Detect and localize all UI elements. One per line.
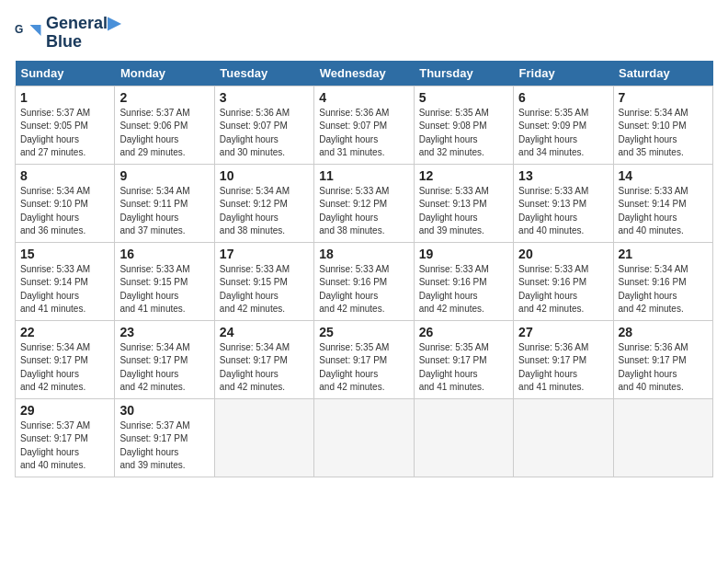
- day-number: 3: [220, 90, 309, 105]
- day-number: 22: [20, 325, 109, 339]
- calendar-body: 1 Sunrise: 5:37 AM Sunset: 9:05 PM Dayli…: [16, 86, 713, 477]
- day-number: 18: [319, 247, 408, 261]
- day-number: 14: [619, 168, 708, 183]
- day-info: Sunrise: 5:36 AM Sunset: 9:07 PM Dayligh…: [220, 107, 309, 160]
- day-number: 11: [319, 168, 408, 183]
- day-info: Sunrise: 5:34 AM Sunset: 9:17 PM Dayligh…: [119, 341, 209, 395]
- day-info: Sunrise: 5:33 AM Sunset: 9:16 PM Dayligh…: [419, 263, 508, 316]
- day-number: 30: [119, 403, 209, 418]
- calendar-cell: 27 Sunrise: 5:36 AM Sunset: 9:17 PM Dayl…: [514, 320, 613, 398]
- day-info: Sunrise: 5:34 AM Sunset: 9:10 PM Dayligh…: [20, 185, 109, 238]
- day-number: 21: [619, 247, 708, 261]
- day-header-sunday: Sunday: [16, 61, 115, 86]
- day-info: Sunrise: 5:34 AM Sunset: 9:12 PM Dayligh…: [220, 185, 309, 238]
- calendar-cell: 2 Sunrise: 5:37 AM Sunset: 9:06 PM Dayli…: [115, 86, 214, 164]
- day-number: 19: [419, 247, 508, 261]
- day-info: Sunrise: 5:34 AM Sunset: 9:10 PM Dayligh…: [619, 107, 708, 160]
- calendar-cell: 11 Sunrise: 5:33 AM Sunset: 9:12 PM Dayl…: [314, 164, 414, 242]
- day-info: Sunrise: 5:34 AM Sunset: 9:11 PM Dayligh…: [119, 185, 209, 238]
- calendar-cell: 29 Sunrise: 5:37 AM Sunset: 9:17 PM Dayl…: [16, 398, 115, 477]
- day-info: Sunrise: 5:37 AM Sunset: 9:05 PM Dayligh…: [20, 107, 109, 160]
- day-info: Sunrise: 5:33 AM Sunset: 9:15 PM Dayligh…: [119, 263, 209, 316]
- calendar-cell: [314, 398, 414, 477]
- day-info: Sunrise: 5:33 AM Sunset: 9:14 PM Dayligh…: [619, 185, 708, 238]
- svg-text:G: G: [15, 23, 23, 36]
- calendar-cell: 13 Sunrise: 5:33 AM Sunset: 9:13 PM Dayl…: [514, 164, 613, 242]
- calendar-cell: 16 Sunrise: 5:33 AM Sunset: 9:15 PM Dayl…: [115, 242, 214, 320]
- day-number: 13: [518, 168, 608, 183]
- day-header-thursday: Thursday: [414, 61, 513, 86]
- day-number: 10: [220, 168, 309, 183]
- calendar-cell: [613, 398, 712, 477]
- calendar-cell: 1 Sunrise: 5:37 AM Sunset: 9:05 PM Dayli…: [16, 86, 115, 164]
- day-info: Sunrise: 5:33 AM Sunset: 9:13 PM Dayligh…: [518, 185, 608, 238]
- day-info: Sunrise: 5:33 AM Sunset: 9:16 PM Dayligh…: [518, 263, 608, 316]
- day-info: Sunrise: 5:36 AM Sunset: 9:07 PM Dayligh…: [319, 107, 408, 160]
- calendar-cell: [514, 398, 613, 477]
- logo-text: General▶ Blue: [46, 15, 120, 52]
- day-number: 23: [119, 325, 209, 339]
- logo: G General▶ Blue: [15, 15, 120, 52]
- calendar-cell: 20 Sunrise: 5:33 AM Sunset: 9:16 PM Dayl…: [514, 242, 613, 320]
- day-info: Sunrise: 5:34 AM Sunset: 9:16 PM Dayligh…: [619, 263, 708, 316]
- day-info: Sunrise: 5:37 AM Sunset: 9:17 PM Dayligh…: [119, 419, 209, 473]
- calendar-table: SundayMondayTuesdayWednesdayThursdayFrid…: [15, 61, 713, 477]
- day-number: 29: [20, 403, 109, 418]
- day-info: Sunrise: 5:36 AM Sunset: 9:17 PM Dayligh…: [619, 341, 708, 395]
- day-number: 28: [619, 325, 708, 339]
- calendar-week-row: 8 Sunrise: 5:34 AM Sunset: 9:10 PM Dayli…: [16, 164, 713, 242]
- day-number: 25: [319, 325, 408, 339]
- calendar-cell: 14 Sunrise: 5:33 AM Sunset: 9:14 PM Dayl…: [613, 164, 712, 242]
- calendar-cell: 8 Sunrise: 5:34 AM Sunset: 9:10 PM Dayli…: [16, 164, 115, 242]
- calendar-cell: 22 Sunrise: 5:34 AM Sunset: 9:17 PM Dayl…: [16, 320, 115, 398]
- day-number: 20: [518, 247, 608, 261]
- day-info: Sunrise: 5:35 AM Sunset: 9:09 PM Dayligh…: [518, 107, 608, 160]
- calendar-cell: 28 Sunrise: 5:36 AM Sunset: 9:17 PM Dayl…: [613, 320, 712, 398]
- calendar-cell: 12 Sunrise: 5:33 AM Sunset: 9:13 PM Dayl…: [414, 164, 513, 242]
- calendar-cell: 7 Sunrise: 5:34 AM Sunset: 9:10 PM Dayli…: [613, 86, 712, 164]
- day-header-saturday: Saturday: [613, 61, 712, 86]
- calendar-cell: 30 Sunrise: 5:37 AM Sunset: 9:17 PM Dayl…: [115, 398, 214, 477]
- calendar-cell: 17 Sunrise: 5:33 AM Sunset: 9:15 PM Dayl…: [214, 242, 313, 320]
- day-number: 15: [20, 247, 109, 261]
- day-number: 4: [319, 90, 408, 105]
- day-header-monday: Monday: [115, 61, 214, 86]
- calendar-week-row: 22 Sunrise: 5:34 AM Sunset: 9:17 PM Dayl…: [16, 320, 713, 398]
- day-info: Sunrise: 5:33 AM Sunset: 9:16 PM Dayligh…: [319, 263, 408, 316]
- day-info: Sunrise: 5:33 AM Sunset: 9:14 PM Dayligh…: [20, 263, 109, 316]
- day-info: Sunrise: 5:37 AM Sunset: 9:17 PM Dayligh…: [20, 419, 109, 473]
- day-info: Sunrise: 5:36 AM Sunset: 9:17 PM Dayligh…: [518, 341, 608, 395]
- day-info: Sunrise: 5:35 AM Sunset: 9:17 PM Dayligh…: [419, 341, 508, 395]
- calendar-header-row: SundayMondayTuesdayWednesdayThursdayFrid…: [16, 61, 713, 86]
- calendar-cell: 4 Sunrise: 5:36 AM Sunset: 9:07 PM Dayli…: [314, 86, 414, 164]
- calendar-cell: 10 Sunrise: 5:34 AM Sunset: 9:12 PM Dayl…: [214, 164, 313, 242]
- day-number: 26: [419, 325, 508, 339]
- calendar-cell: 26 Sunrise: 5:35 AM Sunset: 9:17 PM Dayl…: [414, 320, 513, 398]
- calendar-cell: 18 Sunrise: 5:33 AM Sunset: 9:16 PM Dayl…: [314, 242, 414, 320]
- header: G General▶ Blue: [15, 15, 713, 52]
- day-info: Sunrise: 5:35 AM Sunset: 9:17 PM Dayligh…: [319, 341, 408, 395]
- svg-marker-1: [30, 25, 41, 36]
- calendar-cell: 6 Sunrise: 5:35 AM Sunset: 9:09 PM Dayli…: [514, 86, 613, 164]
- day-number: 8: [20, 168, 109, 183]
- calendar-week-row: 29 Sunrise: 5:37 AM Sunset: 9:17 PM Dayl…: [16, 398, 713, 477]
- day-header-friday: Friday: [514, 61, 613, 86]
- calendar-week-row: 1 Sunrise: 5:37 AM Sunset: 9:05 PM Dayli…: [16, 86, 713, 164]
- day-number: 24: [220, 325, 309, 339]
- day-info: Sunrise: 5:33 AM Sunset: 9:15 PM Dayligh…: [220, 263, 309, 316]
- day-number: 16: [119, 247, 209, 261]
- day-number: 5: [419, 90, 508, 105]
- calendar-cell: 21 Sunrise: 5:34 AM Sunset: 9:16 PM Dayl…: [613, 242, 712, 320]
- calendar-cell: [214, 398, 313, 477]
- calendar-cell: 23 Sunrise: 5:34 AM Sunset: 9:17 PM Dayl…: [115, 320, 214, 398]
- logo-icon: G: [15, 19, 42, 47]
- day-number: 2: [119, 90, 209, 105]
- day-info: Sunrise: 5:34 AM Sunset: 9:17 PM Dayligh…: [20, 341, 109, 395]
- day-number: 17: [220, 247, 309, 261]
- day-info: Sunrise: 5:35 AM Sunset: 9:08 PM Dayligh…: [419, 107, 508, 160]
- day-number: 27: [518, 325, 608, 339]
- calendar-cell: 19 Sunrise: 5:33 AM Sunset: 9:16 PM Dayl…: [414, 242, 513, 320]
- day-info: Sunrise: 5:33 AM Sunset: 9:12 PM Dayligh…: [319, 185, 408, 238]
- calendar-cell: 9 Sunrise: 5:34 AM Sunset: 9:11 PM Dayli…: [115, 164, 214, 242]
- calendar-cell: 25 Sunrise: 5:35 AM Sunset: 9:17 PM Dayl…: [314, 320, 414, 398]
